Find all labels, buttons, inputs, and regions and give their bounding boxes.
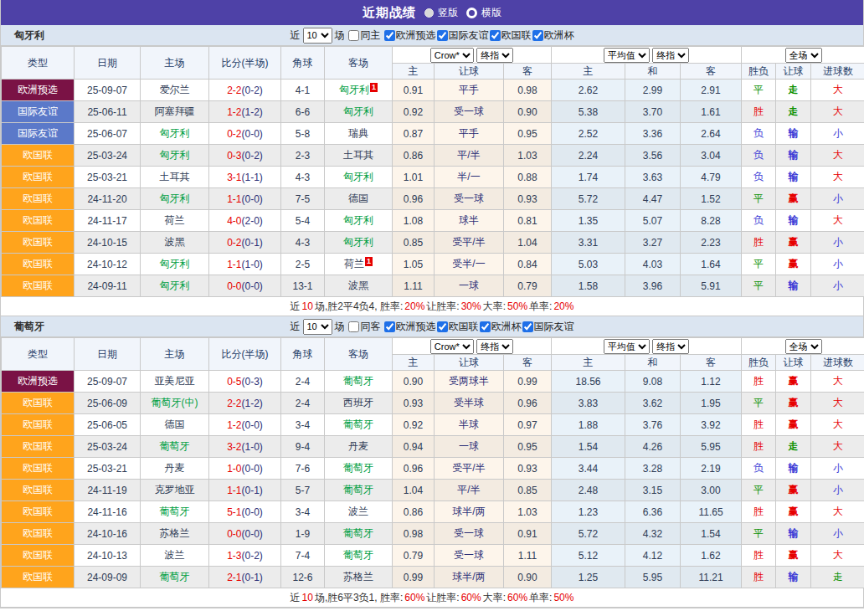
team-name-link[interactable]: 匈牙利 bbox=[160, 280, 190, 291]
team-name-link[interactable]: 亚美尼亚 bbox=[155, 375, 195, 387]
team-name-link[interactable]: 葡萄牙 bbox=[160, 440, 190, 452]
league-checkbox-option[interactable]: 欧洲杯 bbox=[532, 28, 574, 43]
league-checkbox-option[interactable]: 欧洲预选 bbox=[383, 320, 436, 334]
team-name-link[interactable]: 葡萄牙 bbox=[343, 418, 373, 430]
team-name-link[interactable]: 匈牙利 bbox=[339, 84, 369, 95]
corner-score: 9-4 bbox=[281, 436, 325, 458]
league-checkbox[interactable] bbox=[522, 321, 533, 332]
same-venue-checkbox-option[interactable]: 同客 bbox=[347, 320, 381, 334]
team-name-link[interactable]: 匈牙利 bbox=[343, 171, 373, 182]
team-name-link[interactable]: 克罗地亚 bbox=[155, 484, 195, 495]
team-name-link[interactable]: 西班牙 bbox=[343, 397, 373, 408]
match-count-select[interactable]: 10 bbox=[303, 28, 332, 44]
team-name-link[interactable]: 匈牙利 bbox=[160, 149, 190, 161]
corner-score: 2-4 bbox=[281, 371, 325, 393]
team-name-link[interactable]: 波兰 bbox=[348, 506, 368, 517]
halftime-score: (0-0) bbox=[242, 419, 263, 431]
corner-score: 4-3 bbox=[281, 167, 325, 188]
team-name-link[interactable]: 匈牙利 bbox=[343, 236, 373, 248]
team-name-link[interactable]: 荷兰 bbox=[344, 258, 364, 270]
league-checkbox[interactable] bbox=[384, 30, 395, 41]
league-checkbox[interactable] bbox=[480, 321, 491, 332]
league-checkbox[interactable] bbox=[437, 321, 448, 332]
home-team-cell: 苏格兰 bbox=[141, 523, 209, 545]
match-date: 25-03-21 bbox=[75, 167, 141, 188]
league-checkbox-option[interactable]: 欧洲预选 bbox=[383, 28, 436, 43]
team-name-link[interactable]: 匈牙利 bbox=[160, 258, 190, 270]
team-name-link[interactable]: 阿塞拜疆 bbox=[155, 105, 195, 117]
score-cell: 3-1(1-1) bbox=[209, 167, 281, 188]
crown-home-odds: 0.92 bbox=[393, 414, 435, 436]
same-venue-checkbox[interactable] bbox=[348, 30, 359, 41]
team-name-link[interactable]: 葡萄牙 bbox=[343, 549, 373, 561]
team-name-link[interactable]: 波黑 bbox=[165, 236, 185, 248]
handicap-result: 赢 bbox=[776, 480, 811, 501]
team-name-link[interactable]: 土耳其 bbox=[343, 149, 373, 161]
home-team-cell: 亚美尼亚 bbox=[141, 371, 209, 393]
average-select[interactable]: 平均值 bbox=[604, 48, 650, 63]
league-checkbox-option[interactable]: 国际友谊 bbox=[522, 320, 574, 334]
league-checkbox-option[interactable]: 欧国联 bbox=[436, 320, 479, 334]
league-checkbox-option[interactable]: 欧洲杯 bbox=[479, 320, 522, 334]
team-name-link[interactable]: 波兰 bbox=[165, 549, 185, 561]
vertical-radio-option[interactable]: 竖版 bbox=[424, 6, 458, 20]
team-name-link[interactable]: 葡萄牙(中) bbox=[152, 397, 198, 408]
team-name-link[interactable]: 荷兰 bbox=[165, 214, 185, 226]
avg-home-odds: 18.56 bbox=[552, 371, 625, 393]
team-name-link[interactable]: 匈牙利 bbox=[160, 127, 190, 139]
fulltime-select[interactable]: 全场 bbox=[785, 339, 822, 354]
team-name-link[interactable]: 德国 bbox=[348, 192, 368, 204]
team-name-link[interactable]: 苏格兰 bbox=[160, 527, 190, 539]
final-index-select[interactable]: 终指 bbox=[476, 339, 513, 354]
avg-draw-odds: 3.62 bbox=[625, 393, 681, 414]
team-name-label: 葡萄牙 bbox=[14, 320, 44, 334]
goals-result: 大 bbox=[811, 545, 864, 567]
team-name-link[interactable]: 德国 bbox=[165, 418, 185, 430]
home-team-cell: 德国 bbox=[141, 414, 209, 436]
team-name-link[interactable]: 瑞典 bbox=[348, 127, 368, 139]
team-name-link[interactable]: 葡萄牙 bbox=[343, 484, 373, 495]
final-index-select-2[interactable]: 终指 bbox=[652, 48, 689, 63]
horizontal-radio-option[interactable]: 横版 bbox=[466, 6, 501, 20]
crown-odds-select[interactable]: Crow* bbox=[430, 339, 474, 354]
fulltime-select[interactable]: 全场 bbox=[785, 48, 822, 63]
team-name-link[interactable]: 葡萄牙 bbox=[343, 527, 373, 539]
team-name-link[interactable]: 葡萄牙 bbox=[343, 462, 373, 474]
team-name-link[interactable]: 苏格兰 bbox=[343, 571, 373, 583]
team-name-link[interactable]: 匈牙利 bbox=[160, 192, 190, 204]
corner-score: 3-4 bbox=[281, 501, 325, 523]
same-venue-checkbox-option[interactable]: 同主 bbox=[347, 28, 381, 43]
team-name-link[interactable]: 丹麦 bbox=[348, 440, 368, 452]
vertical-radio-icon[interactable] bbox=[424, 8, 434, 18]
team-name-link[interactable]: 葡萄牙 bbox=[160, 571, 190, 583]
halftime-score: (1-0) bbox=[242, 259, 263, 270]
league-checkbox[interactable] bbox=[384, 321, 395, 332]
same-venue-checkbox[interactable] bbox=[348, 321, 359, 332]
avg-draw-odds: 3.28 bbox=[625, 458, 681, 480]
average-select[interactable]: 平均值 bbox=[604, 339, 650, 354]
crown-odds-select[interactable]: Crow* bbox=[430, 48, 474, 63]
final-index-select[interactable]: 终指 bbox=[476, 48, 513, 63]
league-checkbox[interactable] bbox=[437, 30, 448, 41]
home-team-cell: 匈牙利 bbox=[141, 188, 209, 210]
league-checkbox-option[interactable]: 欧国联 bbox=[489, 28, 532, 43]
team-name-link[interactable]: 波黑 bbox=[348, 280, 368, 291]
crown-home-odds: 1.01 bbox=[393, 167, 435, 188]
final-index-select-2[interactable]: 终指 bbox=[652, 339, 689, 354]
team-name-link[interactable]: 爱尔兰 bbox=[160, 84, 190, 95]
league-checkbox[interactable] bbox=[532, 30, 543, 41]
team-name-link[interactable]: 葡萄牙 bbox=[343, 375, 373, 387]
team-name-link[interactable]: 匈牙利 bbox=[343, 214, 373, 226]
horizontal-radio-icon[interactable] bbox=[466, 8, 477, 18]
team-name-link[interactable]: 匈牙利 bbox=[343, 105, 373, 117]
match-type-badge: 欧国联 bbox=[2, 167, 75, 188]
league-checkbox-option[interactable]: 国际友谊 bbox=[436, 28, 489, 43]
team-name-link[interactable]: 葡萄牙 bbox=[160, 506, 190, 517]
halftime-score: (0-2) bbox=[242, 550, 263, 562]
avg-away-odds: 5.91 bbox=[681, 275, 742, 297]
league-checkbox[interactable] bbox=[490, 30, 501, 41]
match-count-select[interactable]: 10 bbox=[303, 319, 332, 335]
team-name-link[interactable]: 丹麦 bbox=[165, 462, 185, 474]
team-name-link[interactable]: 土耳其 bbox=[160, 171, 190, 182]
crown-handicap: 平/半 bbox=[435, 145, 504, 167]
